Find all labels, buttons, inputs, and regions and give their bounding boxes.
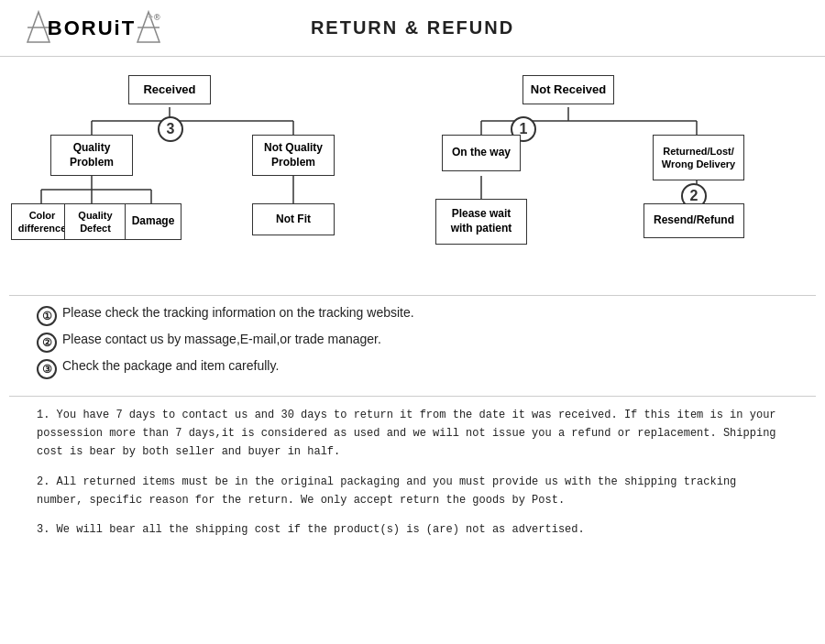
rule-item-2: 2. All returned items must be in the ori… [37,473,788,509]
svg-text:®: ® [154,13,160,22]
resend-refund-box: Resend/Refund [644,203,744,238]
note-text-3: Check the package and item carefully. [62,358,279,373]
not-quality-problem-box: Not QualityProblem [252,135,335,176]
left-tree-connectors [9,66,412,295]
rule-item-1: 1. You have 7 days to contact us and 30 … [37,406,788,462]
circle-3-badge: 3 [158,116,183,142]
note-circle-1: ① [37,306,57,326]
note-circle-3: ③ [37,359,57,379]
damage-box: Damage [125,203,182,240]
note-item-1: ① Please check the tracking information … [37,305,788,326]
svg-text:BORUiT: BORUiT [48,16,136,39]
header: BORUiT ✦ ® RETURN & REFUND [0,0,825,57]
received-box: Received [128,75,211,104]
not-fit-box: Not Fit [252,203,335,235]
not-received-box: Not Received [522,75,614,104]
rule-item-3: 3. We will bear all the shipping cost if… [37,520,788,539]
right-tree-connectors [412,66,816,295]
notes-section: ① Please check the tracking information … [9,295,816,390]
note-item-3: ③ Check the package and item carefully. [37,358,788,379]
rules-section: 1. You have 7 days to contact us and 30 … [9,396,816,555]
quality-defect-box: QualityDefect [64,203,126,240]
please-wait-box: Please waitwith patient [435,199,527,245]
note-item-2: ② Please contact us by massage,E-mail,or… [37,332,788,353]
note-text-2: Please contact us by massage,E-mail,or t… [62,332,381,346]
quality-problem-box: QualityProblem [50,135,133,176]
logo-area: BORUiT ✦ ® [18,7,165,49]
note-circle-2: ② [37,333,57,353]
returned-lost-box: Returned/Lost/Wrong Delivery [653,135,744,180]
left-tree: Received 3 QualityProblem Not QualityPro… [9,66,412,295]
page-title: RETURN & REFUND [311,17,514,38]
logo-svg: BORUiT ✦ ® [18,7,165,49]
right-tree: Not Received 1 On the way Returned/Lost/… [412,66,816,295]
flowchart: Received 3 QualityProblem Not QualityPro… [0,57,825,295]
on-the-way-box: On the way [442,135,521,171]
note-text-1: Please check the tracking information on… [62,305,414,320]
svg-text:✦: ✦ [147,12,154,22]
